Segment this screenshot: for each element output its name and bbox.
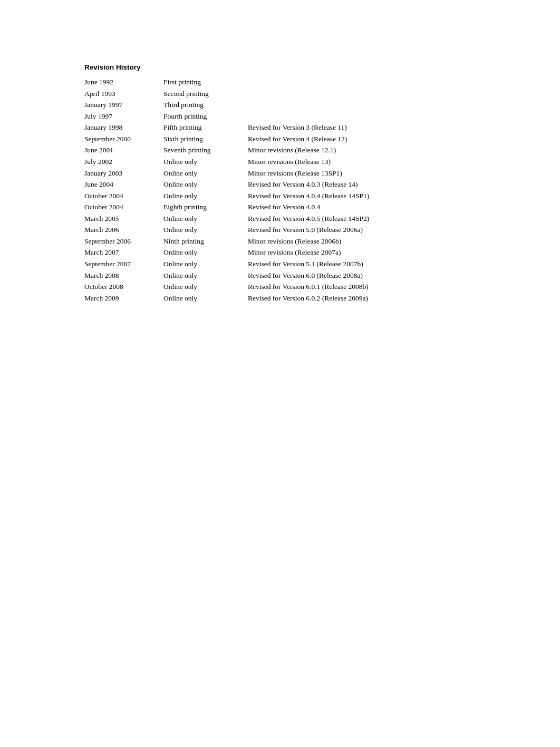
cell-printing: Online only <box>163 247 248 258</box>
cell-printing: Second printing <box>163 88 248 100</box>
cell-printing: First printing <box>163 76 248 88</box>
cell-printing: Online only <box>163 190 248 202</box>
cell-printing: Seventh printing <box>163 144 248 156</box>
cell-date: March 2008 <box>84 270 163 282</box>
table-row: January 1997Third printing <box>84 99 406 111</box>
cell-date: September 2006 <box>84 236 163 247</box>
table-row: March 2005Online onlyRevised for Version… <box>84 213 406 225</box>
cell-notes: Minor revisions (Release 2006b) <box>248 236 406 247</box>
cell-notes: Minor revisions (Release 12.1) <box>248 144 406 156</box>
cell-notes: Revised for Version 4 (Release 12) <box>248 133 406 145</box>
cell-printing: Fourth printing <box>163 111 248 122</box>
cell-date: April 1993 <box>84 88 163 100</box>
table-row: January 2003Online onlyMinor revisions (… <box>84 168 406 179</box>
revision-table: June 1992First printingApril 1993Second … <box>84 76 406 304</box>
cell-date: March 2009 <box>84 293 163 304</box>
cell-date: September 2007 <box>84 258 163 270</box>
table-row: March 2008Online onlyRevised for Version… <box>84 270 406 282</box>
cell-date: June 1992 <box>84 76 163 88</box>
cell-notes: Revised for Version 6.0.1 (Release 2008b… <box>248 281 406 293</box>
cell-printing: Online only <box>163 224 248 236</box>
cell-notes: Minor revisions (Release 13SP1) <box>248 168 406 179</box>
cell-date: October 2008 <box>84 281 163 293</box>
table-row: October 2004Online onlyRevised for Versi… <box>84 190 406 202</box>
cell-printing: Ninth printing <box>163 236 248 247</box>
section-title: Revision History <box>84 63 518 71</box>
cell-notes: Revised for Version 4.0.4 <box>248 201 406 213</box>
cell-notes: Revised for Version 6.0.2 (Release 2009a… <box>248 293 406 304</box>
cell-printing: Online only <box>163 270 248 282</box>
table-row: September 2000Sixth printingRevised for … <box>84 133 406 145</box>
cell-printing: Fifth printing <box>163 122 248 133</box>
cell-printing: Online only <box>163 281 248 293</box>
cell-date: July 2002 <box>84 156 163 168</box>
cell-date: June 2001 <box>84 144 163 156</box>
table-row: October 2008Online onlyRevised for Versi… <box>84 281 406 293</box>
cell-date: June 2004 <box>84 179 163 190</box>
cell-notes: Revised for Version 4.0.4 (Release 14SP1… <box>248 190 406 202</box>
cell-date: March 2005 <box>84 213 163 225</box>
cell-date: October 2004 <box>84 201 163 213</box>
table-row: March 2006Online onlyRevised for Version… <box>84 224 406 236</box>
cell-date: March 2006 <box>84 224 163 236</box>
cell-notes: Revised for Version 5.1 (Release 2007b) <box>248 258 406 270</box>
cell-notes <box>248 76 406 88</box>
cell-printing: Online only <box>163 168 248 179</box>
cell-notes: Minor revisions (Release 13) <box>248 156 406 168</box>
table-row: July 2002Online onlyMinor revisions (Rel… <box>84 156 406 168</box>
cell-date: March 2007 <box>84 247 163 258</box>
cell-date: January 2003 <box>84 168 163 179</box>
cell-date: July 1997 <box>84 111 163 122</box>
table-row: September 2007Online onlyRevised for Ver… <box>84 258 406 270</box>
cell-notes <box>248 111 406 122</box>
cell-printing: Online only <box>163 156 248 168</box>
table-row: June 2004Online onlyRevised for Version … <box>84 179 406 190</box>
cell-date: September 2000 <box>84 133 163 145</box>
cell-date: October 2004 <box>84 190 163 202</box>
cell-printing: Online only <box>163 213 248 225</box>
cell-date: January 1997 <box>84 99 163 111</box>
cell-printing: Online only <box>163 258 248 270</box>
cell-notes <box>248 99 406 111</box>
table-row: March 2007Online onlyMinor revisions (Re… <box>84 247 406 258</box>
table-row: June 1992First printing <box>84 76 406 88</box>
table-row: September 2006Ninth printingMinor revisi… <box>84 236 406 247</box>
cell-printing: Online only <box>163 293 248 304</box>
table-row: January 1998Fifth printingRevised for Ve… <box>84 122 406 133</box>
cell-notes: Revised for Version 3 (Release 11) <box>248 122 406 133</box>
cell-notes: Revised for Version 4.0.5 (Release 14SP2… <box>248 213 406 225</box>
cell-notes: Revised for Version 4.0.3 (Release 14) <box>248 179 406 190</box>
cell-printing: Sixth printing <box>163 133 248 145</box>
revision-history-section: Revision History June 1992First printing… <box>84 63 518 304</box>
cell-notes <box>248 88 406 100</box>
table-row: July 1997Fourth printing <box>84 111 406 122</box>
cell-printing: Eighth printing <box>163 201 248 213</box>
table-row: October 2004Eighth printingRevised for V… <box>84 201 406 213</box>
cell-printing: Third printing <box>163 99 248 111</box>
cell-printing: Online only <box>163 179 248 190</box>
cell-date: January 1998 <box>84 122 163 133</box>
cell-notes: Revised for Version 6.0 (Release 2008a) <box>248 270 406 282</box>
table-row: March 2009Online onlyRevised for Version… <box>84 293 406 304</box>
table-row: April 1993Second printing <box>84 88 406 100</box>
table-row: June 2001Seventh printingMinor revisions… <box>84 144 406 156</box>
cell-notes: Minor revisions (Release 2007a) <box>248 247 406 258</box>
cell-notes: Revised for Version 5.0 (Release 2006a) <box>248 224 406 236</box>
